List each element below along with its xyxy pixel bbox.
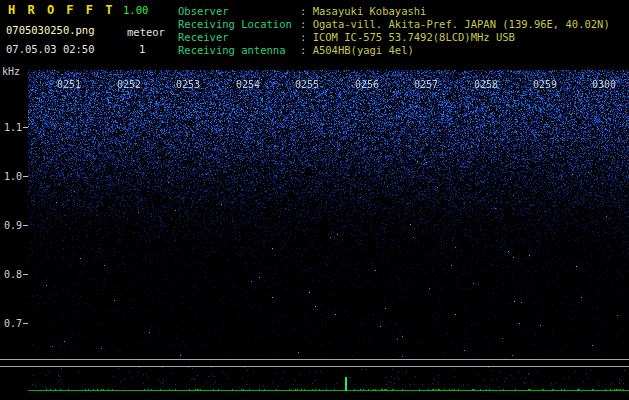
- echo-count: 1: [139, 43, 145, 55]
- separator-line: [0, 359, 629, 360]
- station-info: Observer: Masayuki Kobayashi Receiving L…: [178, 5, 610, 57]
- info-row-receiver: Receiver: ICOM IC-575 53.7492(8LCD)MHz U…: [178, 31, 610, 44]
- level-strip-canvas: [28, 367, 629, 400]
- time-tick-label: 0300: [592, 79, 616, 90]
- y-tick-mark: [23, 274, 28, 275]
- time-tick-label: 0256: [355, 79, 379, 90]
- freq-axis-unit: kHz: [2, 66, 20, 77]
- freq-tick-label: 0.7: [4, 318, 22, 329]
- output-filename: 0705030250.png: [6, 24, 95, 36]
- info-row-location: Receiving Location: Ogata-vill. Akita-Pr…: [178, 18, 610, 31]
- time-tick-label: 0257: [414, 79, 438, 90]
- info-label: Observer: [178, 5, 300, 18]
- y-tick-mark: [23, 176, 28, 177]
- freq-tick-label: 0.8: [4, 269, 22, 280]
- time-tick-label: 0259: [533, 79, 557, 90]
- y-tick-mark: [23, 225, 28, 226]
- freq-tick-label: 1.1: [4, 122, 22, 133]
- info-row-antenna: Receiving antenna: A504HB(yagi 4el): [178, 44, 610, 57]
- info-label: Receiving Location: [178, 18, 300, 31]
- spectrogram-canvas: [28, 70, 629, 358]
- time-tick-label: 0251: [57, 79, 81, 90]
- info-value: : ICOM IC-575 53.7492(8LCD)MHz USB: [300, 31, 515, 43]
- freq-tick-label: 1.0: [4, 171, 22, 182]
- time-tick-label: 0255: [295, 79, 319, 90]
- y-tick-mark: [23, 127, 28, 128]
- mode-label: meteor: [127, 26, 165, 38]
- info-label: Receiving antenna: [178, 44, 300, 57]
- datetime-label: 07.05.03 02:50: [6, 43, 95, 55]
- info-row-observer: Observer: Masayuki Kobayashi: [178, 5, 610, 18]
- time-tick-label: 0253: [176, 79, 200, 90]
- time-tick-label: 0258: [474, 79, 498, 90]
- hrofft-screen: H R O F F T 1.00 0705030250.png meteor 0…: [0, 0, 629, 400]
- freq-tick-label: 0.9: [4, 220, 22, 231]
- info-label: Receiver: [178, 31, 300, 44]
- app-version: 1.00: [123, 4, 148, 16]
- app-title: H R O F F T: [8, 3, 115, 17]
- y-tick-mark: [23, 323, 28, 324]
- time-tick-label: 0254: [236, 79, 260, 90]
- info-value: : A504HB(yagi 4el): [300, 44, 414, 56]
- info-value: : Masayuki Kobayashi: [300, 5, 426, 17]
- info-value: : Ogata-vill. Akita-Pref. JAPAN (139.96E…: [300, 18, 610, 30]
- time-tick-label: 0252: [117, 79, 141, 90]
